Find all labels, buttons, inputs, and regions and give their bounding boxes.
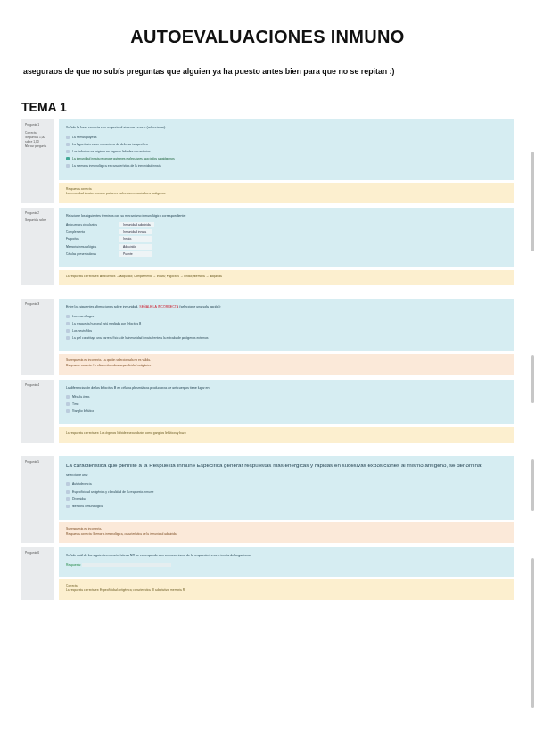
feedback-panel: Respuesta correcta La inmunidad innata r… — [59, 183, 514, 203]
question-flag[interactable]: Marcar pregunta — [25, 144, 50, 149]
question-panel: Señale cuál de las siguientes caracterís… — [59, 547, 514, 577]
scrollbar-thumb[interactable] — [531, 459, 534, 511]
answer-option[interactable]: Los macrófagos — [66, 314, 506, 319]
match-row: ComplementoInmunidad innata — [66, 229, 506, 234]
answer-option[interactable]: Los neutrófilos — [66, 328, 506, 333]
scrollbar-thumb[interactable] — [531, 355, 534, 403]
answer-option[interactable]: La memoria inmunológica es característic… — [66, 163, 506, 168]
question-number: Pregunta 1 — [25, 123, 50, 127]
answer-option[interactable]: Especificidad antigénica y clonalidad de… — [66, 489, 506, 495]
answer-option[interactable]: Timo — [66, 401, 506, 407]
feedback-text: Respuesta correcta: Memoria inmunológica… — [66, 532, 506, 538]
match-select[interactable]: Inmunidad adquirida — [119, 222, 154, 227]
question-text: Entre las siguientes afirmaciones sobre … — [66, 304, 506, 309]
match-select[interactable]: Puente — [119, 251, 152, 257]
scrollbar-thumb[interactable] — [531, 152, 534, 251]
answer-option[interactable]: Diversidad — [66, 497, 506, 502]
question-label: Pregunta 1 Correcta Se puntúa 1,00 sobre… — [21, 119, 54, 202]
question-text: Señale la frase correcta con respecto al… — [66, 125, 506, 130]
feedback-text: La respuesta correcta es: Los órganos li… — [66, 431, 506, 437]
question-block: Pregunta 4 La diferenciación de los linf… — [21, 380, 514, 443]
answer-option[interactable]: Memoria inmunológica — [66, 504, 506, 509]
question-panel: Entre las siguientes afirmaciones sobre … — [59, 299, 514, 351]
question-number: Pregunta 5 — [25, 460, 50, 464]
scrollbar-thumb[interactable] — [531, 558, 534, 708]
question-block: Pregunta 5 La característica que permite… — [21, 456, 514, 543]
feedback-text: La inmunidad innata reconoce patrones mo… — [66, 192, 506, 197]
question-block: Pregunta 6 Señale cuál de las siguientes… — [21, 547, 514, 600]
question-block: Pregunta 3 Entre las siguientes afirmaci… — [21, 299, 514, 374]
question-label: Pregunta 4 — [21, 380, 54, 443]
feedback-text: La respuesta correcta es: Especificidad … — [66, 588, 506, 594]
question-text: La diferenciación de los linfocitos B en… — [66, 385, 506, 390]
answer-option[interactable]: La piel constituye una barrera física de… — [66, 335, 506, 341]
answer-option[interactable]: Los linfocitos se originan en órganos li… — [66, 149, 506, 154]
question-panel: Señale la frase correcta con respecto al… — [59, 119, 514, 179]
answer-option[interactable]: La fagocitosis es un mecanismo de defens… — [66, 142, 506, 147]
answer-option[interactable]: La hematopoyesis — [66, 135, 506, 140]
question-label: Pregunta 6 — [21, 547, 54, 600]
question-label: Pregunta 3 — [21, 299, 54, 374]
feedback-text: Respuesta correcta: La afirmación sobre … — [66, 364, 506, 369]
question-panel: Relacione los siguientes términos con su… — [59, 208, 514, 267]
answer-option[interactable]: Autotolerancia — [66, 481, 506, 487]
question-block: Pregunta 2 Se puntúa sobre Relacione los… — [21, 208, 514, 286]
question-score: Se puntúa sobre — [25, 218, 50, 223]
question-score: Se puntúa 1,00 sobre 1,00 — [25, 136, 50, 145]
answer-option[interactable]: Ganglio linfático — [66, 408, 506, 414]
question-number: Pregunta 3 — [25, 302, 50, 307]
question-number: Pregunta 4 — [25, 383, 50, 388]
page-title: AUTOEVALUACIONES INMUNO — [21, 27, 514, 47]
fill-label: Respuesta: — [66, 563, 81, 567]
text-input[interactable] — [82, 563, 171, 567]
match-select[interactable]: Adquirida — [119, 244, 152, 250]
question-subtext: seleccione una: — [66, 472, 506, 478]
intro-note: aseguraos de que no subís preguntas que … — [21, 67, 514, 77]
question-label: Pregunta 2 Se puntúa sobre — [21, 208, 54, 286]
feedback-panel: Correcta La respuesta correcta es: Espec… — [59, 579, 514, 600]
section-heading-tema1: TEMA 1 — [21, 100, 514, 114]
feedback-panel: La respuesta correcta es: Anticuerpos → … — [59, 270, 514, 286]
question-block: Pregunta 1 Correcta Se puntúa 1,00 sobre… — [21, 119, 514, 202]
question-number: Pregunta 6 — [25, 551, 50, 555]
feedback-panel: Su respuesta es incorrecta. Respuesta co… — [59, 522, 514, 543]
highlight-text: SEÑALE LA INCORRECTA — [139, 305, 178, 308]
question-text: La característica que permite a la Respu… — [66, 462, 506, 470]
answer-option[interactable]: Médula ósea — [66, 394, 506, 399]
match-select[interactable]: Inmunidad innata — [119, 229, 152, 234]
question-text: Relacione los siguientes términos con su… — [66, 213, 506, 218]
question-panel: La diferenciación de los linfocitos B en… — [59, 380, 514, 425]
match-row: FagocitosInnata — [66, 236, 506, 242]
feedback-panel: La respuesta correcta es: Los órganos li… — [59, 427, 514, 443]
question-text: Señale cuál de las siguientes caracterís… — [66, 553, 506, 558]
match-select[interactable]: Innata — [119, 236, 152, 242]
answer-option-selected[interactable]: La inmunidad innata reconoce patrones mo… — [66, 156, 506, 161]
feedback-text: La respuesta correcta es: Anticuerpos → … — [66, 275, 506, 280]
question-number: Pregunta 2 — [25, 211, 50, 216]
match-row: Anticuerpos circulantesInmunidad adquiri… — [66, 222, 506, 227]
answer-option[interactable]: La respuesta humoral está mediada por li… — [66, 321, 506, 326]
quiz-list: Pregunta 1 Correcta Se puntúa 1,00 sobre… — [21, 119, 514, 599]
match-row: Memoria inmunológicaAdquirida — [66, 244, 506, 250]
match-row: Células presentadorasPuente — [66, 251, 506, 257]
question-panel: La característica que permite a la Respu… — [59, 456, 514, 520]
question-label: Pregunta 5 — [21, 456, 54, 543]
feedback-panel: Su respuesta es incorrecta. La opción se… — [59, 354, 514, 374]
